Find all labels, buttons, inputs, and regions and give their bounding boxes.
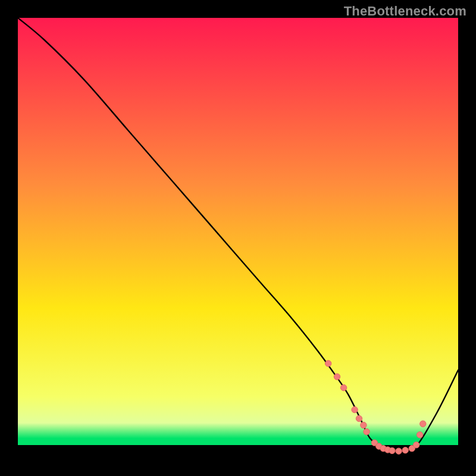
curve-marker — [416, 432, 422, 438]
curve-marker — [402, 447, 408, 453]
chart-stage: TheBottleneck.com — [0, 0, 476, 476]
curve-marker — [414, 442, 419, 448]
heat-gradient-background — [18, 18, 458, 458]
bottleneck-chart — [18, 18, 458, 458]
curve-marker — [364, 428, 369, 434]
curve-marker — [325, 361, 331, 367]
curve-marker — [420, 421, 426, 427]
curve-marker — [389, 447, 395, 453]
curve-marker — [352, 406, 358, 412]
curve-marker — [361, 422, 367, 428]
curve-marker — [340, 384, 346, 390]
curve-marker — [396, 448, 402, 454]
curve-marker — [334, 374, 340, 380]
watermark-label: TheBottleneck.com — [344, 4, 466, 19]
curve-marker — [356, 415, 362, 421]
